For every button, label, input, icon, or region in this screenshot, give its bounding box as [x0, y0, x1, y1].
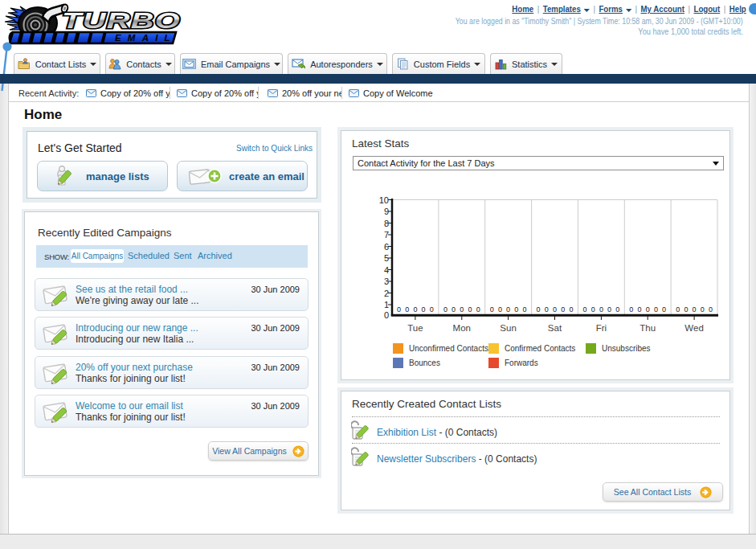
svg-text:4: 4 [384, 265, 389, 275]
svg-text:0: 0 [490, 305, 494, 313]
svg-text:Sat: Sat [548, 323, 562, 333]
svg-text:0: 0 [684, 305, 688, 313]
svg-text:5: 5 [384, 253, 389, 263]
svg-text:0: 0 [522, 305, 526, 313]
svg-text:0: 0 [569, 305, 573, 313]
svg-text:0: 0 [506, 305, 510, 313]
svg-text:0: 0 [443, 305, 447, 313]
svg-text:0: 0 [514, 305, 518, 313]
svg-text:0: 0 [607, 305, 611, 313]
svg-text:0: 0 [498, 305, 502, 313]
svg-text:Fri: Fri [596, 323, 607, 333]
svg-text:0: 0 [582, 305, 586, 313]
svg-text:0: 0 [422, 305, 426, 313]
svg-text:0: 0 [654, 305, 658, 313]
svg-text:0: 0 [662, 305, 666, 313]
svg-text:Sun: Sun [500, 323, 516, 333]
svg-text:0: 0 [615, 305, 619, 313]
svg-text:Tue: Tue [407, 323, 423, 333]
svg-text:0: 0 [413, 305, 417, 313]
svg-text:2: 2 [384, 289, 389, 298]
svg-text:0: 0 [460, 305, 464, 313]
svg-text:0: 0 [430, 305, 434, 313]
svg-text:7: 7 [384, 230, 389, 240]
svg-text:8: 8 [384, 219, 389, 228]
svg-text:1: 1 [384, 300, 389, 309]
svg-text:0: 0 [709, 305, 713, 313]
svg-text:0: 0 [693, 305, 697, 313]
svg-text:0: 0 [452, 305, 456, 313]
svg-text:0: 0 [701, 305, 705, 313]
svg-text:0: 0 [676, 305, 680, 313]
svg-text:Mon: Mon [453, 323, 471, 333]
svg-text:Wed: Wed [684, 323, 703, 333]
svg-text:0: 0 [591, 305, 595, 313]
svg-text:0: 0 [629, 305, 633, 313]
svg-text:9: 9 [384, 207, 389, 216]
svg-text:0: 0 [476, 305, 480, 313]
svg-text:0: 0 [545, 305, 549, 313]
svg-text:EMAIL: EMAIL [115, 33, 177, 43]
svg-text:TURBO: TURBO [62, 8, 181, 33]
svg-text:0: 0 [637, 305, 641, 313]
svg-text:0: 0 [599, 305, 603, 313]
svg-text:0: 0 [553, 305, 557, 313]
svg-text:0: 0 [384, 310, 389, 320]
svg-text:0: 0 [537, 305, 541, 313]
svg-text:0: 0 [561, 305, 565, 313]
svg-text:0: 0 [397, 305, 401, 313]
svg-text:6: 6 [384, 242, 389, 252]
svg-text:Thu: Thu [640, 323, 656, 333]
svg-text:0: 0 [405, 305, 409, 313]
svg-text:0: 0 [468, 305, 472, 313]
svg-text:3: 3 [384, 277, 389, 286]
svg-text:10: 10 [379, 195, 389, 205]
svg-text:0: 0 [646, 305, 650, 313]
